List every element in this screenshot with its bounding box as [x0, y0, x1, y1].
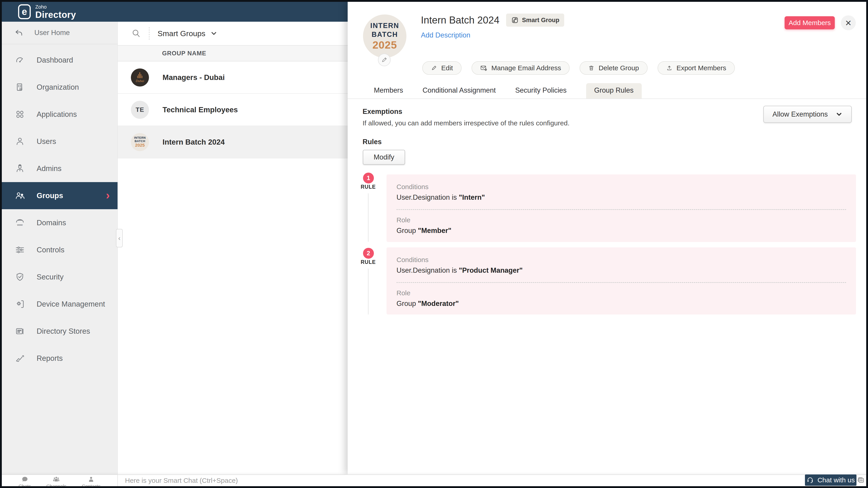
close-panel-button[interactable]: × [841, 15, 856, 30]
sliders-icon [13, 245, 26, 255]
sidebar-item-controls[interactable]: Controls [2, 236, 118, 263]
globe-www-icon: www [13, 218, 26, 228]
role-label: Role [397, 216, 846, 224]
group-row-technical-employees[interactable]: TE Technical Employees [118, 94, 348, 126]
sidebar-item-device-management[interactable]: Device Management [2, 291, 118, 318]
condition-value: User.Designation is "Product Manager" [397, 266, 846, 274]
export-up-icon [666, 65, 673, 71]
group-name: Technical Employees [162, 105, 238, 114]
group-avatar-intern-batch: INTERN BATCH 2025 [131, 133, 149, 151]
user-home-back-button[interactable]: User Home [2, 22, 118, 44]
stacked-windows-icon[interactable] [856, 476, 866, 485]
top-bar: e Zoho Directory [2, 2, 348, 22]
chevron-down-icon [835, 111, 843, 118]
rule-number-badge: 1 [363, 173, 374, 184]
people-group-icon [53, 476, 60, 483]
group-detail-panel: INTERN BATCH 2025 Intern Batch 2024 Smar… [348, 2, 866, 475]
edit-avatar-button[interactable] [378, 54, 391, 66]
tab-group-rules[interactable]: Group Rules [586, 83, 642, 98]
smart-group-badge: Smart Group [506, 13, 564, 27]
directory-stores-icon [13, 326, 26, 336]
sidebar-item-organization[interactable]: Organization [2, 74, 118, 101]
chat-with-us-button[interactable]: Chat with us [805, 475, 857, 486]
tab-conditional-assignment[interactable]: Conditional Assignment [423, 83, 496, 98]
chat-tab-chats[interactable]: Chats [19, 476, 31, 486]
svg-text:www: www [17, 223, 23, 226]
group-name: Intern Batch 2024 [162, 138, 225, 147]
group-row-intern-batch-2024[interactable]: INTERN BATCH 2025 Intern Batch 2024 [118, 126, 348, 158]
group-avatar-large: INTERN BATCH 2025 [363, 14, 406, 58]
divider [397, 209, 846, 210]
chevron-down-icon[interactable] [210, 30, 218, 37]
delete-group-button[interactable]: Delete Group [580, 61, 647, 75]
group-type-dropdown[interactable]: Smart Groups [158, 29, 206, 38]
zoho-directory-logo-icon: e [18, 4, 31, 19]
exemptions-heading: Exemptions [363, 107, 402, 116]
tab-members[interactable]: Members [374, 83, 403, 98]
contact-person-icon [88, 476, 94, 483]
smart-chat-input[interactable]: Here is your Smart Chat (Ctrl+Space) [125, 475, 622, 486]
condition-value: User.Designation is "Intern" [397, 193, 846, 201]
user-home-label: User Home [34, 29, 70, 37]
group-name: Managers - Dubai [162, 73, 225, 82]
add-members-button[interactable]: Add Members [784, 16, 835, 29]
rule-number-badge: 2 [363, 248, 374, 259]
rule-card-1: Conditions User.Designation is "Intern" … [386, 174, 856, 242]
applications-icon [13, 109, 26, 119]
edit-button[interactable]: Edit [422, 61, 462, 75]
logo-zoho-label: Zoho [35, 4, 76, 9]
manage-email-address-button[interactable]: Manage Email Address [471, 61, 570, 75]
rule-connector-line [368, 269, 368, 315]
detail-tabs: Members Conditional Assignment Security … [348, 85, 866, 99]
chat-tabs: Chats Channels Contacts [2, 475, 118, 486]
shield-check-icon [13, 272, 26, 282]
user-icon [13, 137, 26, 146]
envelope-gear-icon [480, 64, 487, 72]
chat-tab-contacts[interactable]: Contacts [82, 476, 101, 486]
list-toolbar: Smart Groups [118, 22, 348, 45]
rules-heading: Rules [363, 138, 381, 146]
chart-trend-icon [13, 354, 26, 363]
sidebar-item-security[interactable]: Security [2, 263, 118, 291]
rule-word-label: RULE [355, 259, 382, 265]
chat-tab-channels[interactable]: Channels [46, 476, 66, 486]
group-row-managers-dubai[interactable]: Dubai Managers - Dubai [118, 61, 348, 94]
exemptions-description: If allowed, you can add members irrespec… [363, 119, 569, 127]
zoho-directory-logo: e Zoho Directory [18, 4, 76, 19]
organization-icon [13, 83, 26, 92]
tab-security-policies[interactable]: Security Policies [515, 83, 566, 98]
divider [149, 27, 149, 40]
export-members-button[interactable]: Export Members [657, 61, 735, 75]
sidebar-item-reports[interactable]: Reports [2, 345, 118, 372]
group-actions: Edit Manage Email Address Delete Group E… [422, 61, 735, 75]
group-avatar-dubai: Dubai [131, 68, 149, 87]
pencil-icon [431, 65, 437, 71]
group-title: Intern Batch 2024 [421, 14, 499, 26]
conditions-label: Conditions [397, 183, 846, 191]
chevron-right-icon: › [106, 189, 110, 201]
app-window: e Zoho Directory User Home [0, 0, 868, 488]
device-gear-icon [13, 299, 26, 309]
modify-rules-button[interactable]: Modify [363, 150, 405, 165]
sidebar-item-dashboard[interactable]: Dashboard [2, 46, 118, 74]
allow-exemptions-dropdown[interactable]: Allow Exemptions [763, 106, 852, 123]
chevron-left-icon: ‹ [118, 234, 121, 242]
sidebar-item-groups[interactable]: Groups › [2, 182, 118, 209]
add-description-link[interactable]: Add Description [421, 31, 470, 39]
sidebar-item-admins[interactable]: Admins [2, 155, 118, 182]
divider [397, 282, 846, 283]
sidebar-item-directory-stores[interactable]: Directory Stores [2, 318, 118, 345]
headset-icon [807, 477, 814, 484]
admin-icon [13, 164, 26, 173]
sidebar-item-applications[interactable]: Applications [2, 101, 118, 128]
trash-icon [588, 65, 594, 71]
sidebar-item-domains[interactable]: www Domains [2, 209, 118, 236]
logo-directory-label: Directory [35, 10, 76, 20]
groups-icon [13, 191, 26, 200]
rule-card-2: Conditions User.Designation is "Product … [386, 248, 856, 315]
sidebar: User Home Dashboard Organization [2, 22, 118, 475]
search-icon[interactable] [131, 28, 141, 39]
sidebar-collapse-handle[interactable]: ‹ [116, 229, 123, 248]
sidebar-item-users[interactable]: Users [2, 128, 118, 155]
role-value: Group "Moderator" [397, 300, 846, 308]
